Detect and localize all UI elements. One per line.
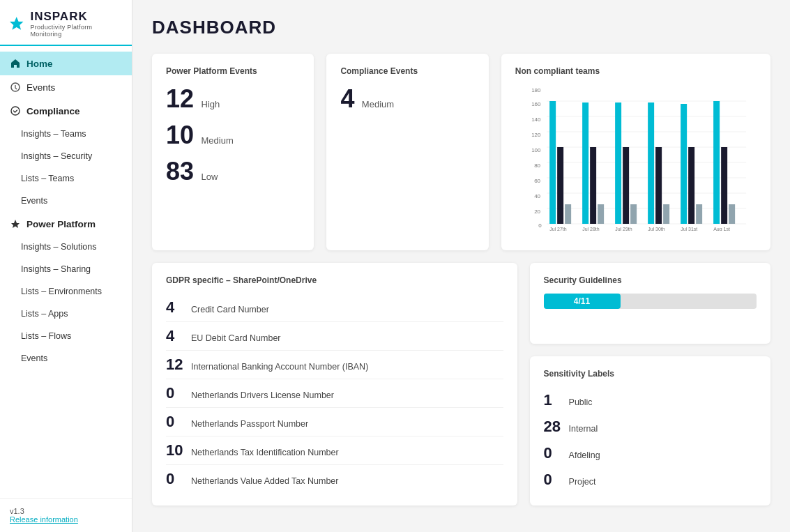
chart-title: Non compliant teams [515, 66, 757, 76]
sens-label-3: Project [569, 477, 596, 487]
sidebar-item-lists-environments[interactable]: Lists – Environments [0, 280, 132, 303]
compliance-event-label: Medium [362, 99, 394, 109]
svg-text:0: 0 [538, 222, 542, 229]
sidebar-item-home[interactable]: Home [0, 52, 132, 75]
sidebar-power-platform-header[interactable]: Power Platform [0, 212, 132, 236]
sens-label-2: Afdeling [569, 450, 600, 460]
svg-rect-28 [615, 102, 621, 224]
svg-rect-26 [590, 147, 596, 224]
gdpr-label-2: International Banking Account Number (IB… [191, 362, 368, 372]
sidebar-lists-environments-label: Lists – Environments [21, 287, 102, 296]
sidebar-nav: Home Events Compliance Insights – Teams … [0, 46, 132, 498]
gdpr-row-0: 4 Credit Card Number [166, 294, 503, 322]
sens-number-2: 0 [544, 444, 563, 462]
sidebar-header: INSPARK Productivity Platform Monitoring [0, 0, 132, 46]
svg-text:Jul 28th: Jul 28th [582, 227, 600, 231]
svg-rect-29 [623, 147, 629, 224]
sidebar-insights-security-label: Insights – Security [21, 151, 92, 161]
sensitivity-labels-card: Sensitivity Labels 1 Public 28 Internal … [530, 356, 770, 506]
release-info-link[interactable]: Release information [10, 515, 122, 524]
sidebar-insights-sharing-label: Insights – Sharing [21, 264, 91, 274]
logo-icon [8, 15, 24, 32]
gdpr-number-3: 0 [166, 384, 185, 402]
event-label-low: Low [202, 172, 218, 182]
event-label-medium: Medium [202, 135, 234, 146]
gdpr-row-4: 0 Netherlands Passport Number [166, 408, 503, 436]
gdpr-card: GDPR specific – SharePoint/OneDrive 4 Cr… [152, 263, 517, 506]
chart-container: 0 20 40 60 80 100 120 140 160 180 [515, 84, 757, 238]
event-number-high: 12 [166, 84, 194, 113]
app-subtitle: Productivity Platform Monitoring [30, 24, 123, 38]
svg-rect-36 [696, 204, 702, 224]
events-icon [10, 82, 21, 93]
svg-text:Aug 1st: Aug 1st [713, 227, 730, 231]
page-title: DASHBOARD [152, 17, 770, 38]
sidebar: INSPARK Productivity Platform Monitoring… [0, 0, 132, 532]
gdpr-label-6: Netherlands Value Added Tax Number [191, 476, 338, 486]
sidebar-item-lists-teams[interactable]: Lists – Teams [0, 167, 132, 190]
sidebar-lists-apps-label: Lists – Apps [21, 309, 68, 319]
compliance-events-card: Compliance Events 4 Medium [326, 54, 488, 250]
top-cards-row: Power Platform Events 12 High 10 Medium … [152, 54, 770, 250]
svg-rect-39 [729, 204, 735, 224]
sidebar-item-lists-apps[interactable]: Lists – Apps [0, 303, 132, 325]
svg-rect-23 [557, 147, 563, 224]
event-row-high: 12 High [166, 84, 300, 114]
svg-text:20: 20 [534, 208, 540, 215]
sidebar-item-insights-solutions[interactable]: Insights – Solutions [0, 236, 132, 258]
gdpr-row-6: 0 Netherlands Value Added Tax Number [166, 465, 503, 493]
sidebar-events-label: Events [26, 82, 55, 93]
svg-rect-38 [721, 147, 727, 224]
sidebar-compliance-header[interactable]: Compliance [0, 99, 132, 123]
progress-label: 4/11 [574, 296, 590, 306]
svg-rect-27 [598, 204, 604, 224]
gdpr-row-5: 10 Netherlands Tax Identification Number [166, 436, 503, 465]
version-text: v1.3 [10, 507, 122, 515]
svg-text:Jul 30th: Jul 30th [648, 227, 665, 231]
gdpr-label-5: Netherlands Tax Identification Number [191, 448, 339, 457]
sens-row-0: 1 Public [544, 387, 757, 413]
sens-number-1: 28 [544, 418, 563, 436]
security-guidelines-card: Security Guidelines 4/11 [530, 263, 770, 344]
sens-label-0: Public [569, 397, 593, 407]
svg-rect-30 [630, 204, 637, 224]
chart-card: Non compliant teams 0 20 40 60 80 100 12… [501, 54, 770, 250]
gdpr-number-1: 4 [166, 327, 185, 345]
sidebar-item-insights-sharing[interactable]: Insights – Sharing [0, 258, 132, 280]
gdpr-label-1: EU Debit Card Number [191, 333, 281, 343]
gdpr-row-1: 4 EU Debit Card Number [166, 322, 503, 351]
gdpr-number-4: 0 [166, 413, 185, 431]
sidebar-item-events-pp[interactable]: Events [0, 347, 132, 370]
svg-text:Jul 29th: Jul 29th [615, 227, 632, 231]
security-guidelines-title: Security Guidelines [544, 275, 757, 285]
svg-text:100: 100 [531, 147, 541, 153]
gdpr-row-2: 12 International Banking Account Number … [166, 351, 503, 379]
gdpr-label-4: Netherlands Passport Number [191, 419, 308, 429]
sidebar-item-insights-security[interactable]: Insights – Security [0, 145, 132, 167]
sidebar-item-events-sub[interactable]: Events [0, 190, 132, 212]
compliance-event-row-medium: 4 Medium [340, 84, 474, 114]
sidebar-item-insights-teams[interactable]: Insights – Teams [0, 123, 132, 145]
event-row-low: 83 Low [166, 157, 300, 186]
platform-events-card: Power Platform Events 12 High 10 Medium … [152, 54, 314, 250]
sens-row-2: 0 Afdeling [544, 440, 757, 466]
svg-rect-25 [582, 102, 588, 224]
progress-bar-fill: 4/11 [544, 294, 621, 309]
bar-chart-svg: 0 20 40 60 80 100 120 140 160 180 [515, 84, 757, 231]
event-number-medium: 10 [166, 121, 194, 149]
sidebar-power-platform-label: Power Platform [26, 219, 96, 229]
sidebar-item-events[interactable]: Events [0, 75, 132, 99]
sidebar-item-lists-flows[interactable]: Lists – Flows [0, 325, 132, 347]
platform-events-title: Power Platform Events [166, 66, 300, 76]
power-icon [10, 218, 21, 229]
svg-rect-31 [648, 102, 654, 224]
svg-text:40: 40 [534, 193, 540, 199]
gdpr-number-0: 4 [166, 298, 185, 317]
gdpr-number-6: 0 [166, 470, 185, 488]
svg-text:180: 180 [531, 87, 541, 93]
app-name: INSPARK [30, 10, 123, 24]
svg-rect-32 [655, 147, 662, 224]
compliance-icon [10, 105, 21, 116]
sensitivity-labels-title: Sensitivity Labels [544, 369, 757, 379]
svg-text:160: 160 [531, 101, 541, 107]
